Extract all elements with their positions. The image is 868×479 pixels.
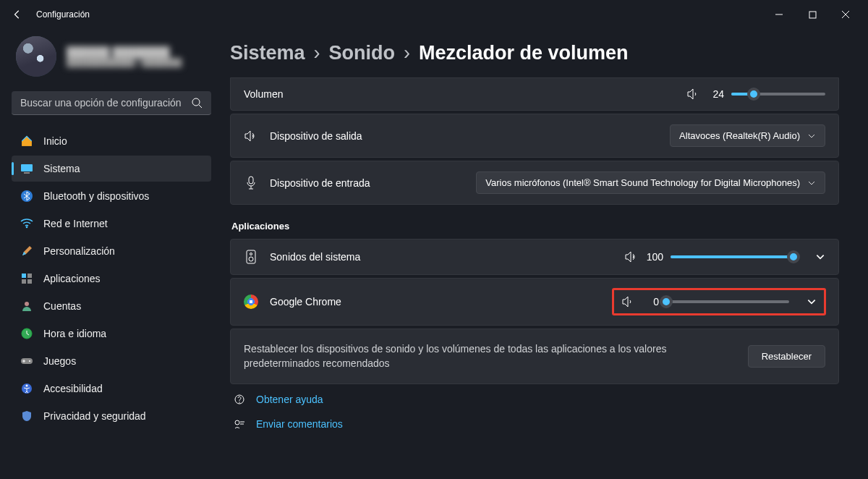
feedback-label: Enviar comentarios	[256, 418, 343, 430]
input-device-card[interactable]: Dispositivo de entrada Varios micrófonos…	[230, 161, 839, 205]
chevron-down-icon	[807, 179, 816, 187]
paintbrush-icon	[20, 245, 33, 258]
chevron-right-icon: ›	[314, 42, 320, 64]
shield-icon	[20, 410, 33, 423]
help-icon	[233, 393, 246, 406]
svg-point-14	[29, 360, 30, 362]
speaker-device-icon	[244, 250, 258, 264]
feedback-icon	[233, 417, 246, 431]
window-title: Configuración	[36, 9, 90, 20]
breadcrumb-system[interactable]: Sistema	[230, 42, 305, 64]
nav-time[interactable]: Hora e idioma	[12, 321, 211, 347]
output-device-card[interactable]: Dispositivo de salida Altavoces (Realtek…	[230, 114, 839, 158]
volume-value: 24	[707, 88, 724, 100]
expand-button[interactable]	[815, 252, 825, 262]
microphone-icon	[244, 176, 258, 190]
svg-rect-4	[24, 172, 30, 174]
back-button[interactable]	[6, 3, 29, 26]
accessibility-icon	[20, 382, 33, 395]
system-sounds-card: Sonidos del sistema 100	[230, 239, 839, 275]
chrome-label: Google Chrome	[270, 296, 341, 308]
svg-point-23	[235, 420, 239, 425]
svg-point-20	[249, 257, 253, 261]
breadcrumb: Sistema › Sonido › Mezclador de volumen	[230, 42, 839, 64]
close-button[interactable]	[829, 3, 862, 26]
feedback-link[interactable]: Enviar comentarios	[230, 412, 839, 436]
search-box[interactable]	[12, 91, 211, 115]
reset-card: Restablecer los dispositivos de sonido y…	[230, 328, 839, 384]
svg-point-6	[26, 226, 28, 229]
get-help-label: Obtener ayuda	[256, 394, 323, 405]
output-dropdown[interactable]: Altavoces (Realtek(R) Audio)	[670, 124, 825, 147]
system-sounds-value: 100	[646, 251, 663, 263]
sidebar: ██████ ████████ ████████████@███████ Ini…	[0, 29, 217, 479]
nav-label: Aplicaciones	[43, 273, 101, 284]
expand-button[interactable]	[807, 297, 817, 307]
nav: Inicio Sistema Bluetooth y dispositivos …	[12, 128, 211, 429]
svg-point-1	[192, 98, 200, 106]
svg-point-22	[239, 402, 239, 402]
gamepad-icon	[20, 355, 33, 368]
get-help-link[interactable]: Obtener ayuda	[230, 387, 839, 412]
input-dropdown[interactable]: Varios micrófonos (Intel® Smart Sound Te…	[476, 171, 825, 194]
nav-label: Accesibilidad	[43, 383, 103, 394]
speaker-low-icon[interactable]	[686, 88, 699, 100]
avatar	[16, 36, 56, 77]
nav-apps[interactable]: Aplicaciones	[12, 266, 211, 292]
nav-personalization[interactable]: Personalización	[12, 238, 211, 264]
volume-slider[interactable]	[731, 93, 825, 96]
minimize-button[interactable]	[762, 3, 796, 26]
nav-label: Sistema	[43, 163, 80, 174]
nav-accessibility[interactable]: Accesibilidad	[12, 376, 211, 402]
profile[interactable]: ██████ ████████ ████████████@███████	[12, 29, 211, 91]
chevron-down-icon	[807, 132, 816, 140]
svg-rect-3	[21, 164, 33, 171]
chrome-icon	[244, 294, 258, 309]
wifi-icon	[20, 217, 33, 230]
nav-bluetooth[interactable]: Bluetooth y dispositivos	[12, 183, 211, 209]
titlebar: Configuración	[0, 0, 868, 29]
nav-label: Inicio	[43, 135, 67, 147]
output-label: Dispositivo de salida	[270, 130, 362, 142]
svg-rect-9	[22, 279, 26, 284]
nav-gaming[interactable]: Juegos	[12, 348, 211, 374]
nav-privacy[interactable]: Privacidad y seguridad	[12, 403, 211, 429]
chrome-value: 0	[642, 296, 659, 308]
chrome-card: Google Chrome 0	[230, 278, 839, 326]
breadcrumb-sound[interactable]: Sonido	[329, 42, 395, 64]
svg-rect-0	[809, 12, 816, 18]
nav-label: Cuentas	[43, 300, 81, 312]
chrome-volume-row: 0	[613, 289, 825, 315]
speaker-muted-icon[interactable]	[621, 296, 634, 308]
nav-label: Red e Internet	[43, 218, 108, 229]
chevron-right-icon: ›	[404, 42, 410, 64]
system-icon	[20, 162, 33, 175]
nav-label: Juegos	[43, 355, 76, 367]
chrome-slider[interactable]	[666, 300, 789, 303]
reset-button[interactable]: Restablecer	[748, 345, 825, 368]
nav-system[interactable]: Sistema	[12, 156, 211, 182]
bluetooth-icon	[20, 190, 33, 203]
clock-icon	[20, 327, 33, 340]
nav-label: Privacidad y seguridad	[43, 410, 146, 422]
svg-rect-2	[22, 141, 32, 146]
nav-label: Personalización	[43, 245, 115, 257]
apps-icon	[20, 272, 33, 285]
nav-home[interactable]: Inicio	[12, 128, 211, 154]
svg-point-11	[25, 302, 29, 306]
system-sounds-slider[interactable]	[671, 255, 793, 258]
svg-point-16	[26, 385, 28, 387]
profile-name: ██████ ████████ ████████████@███████	[67, 46, 182, 67]
nav-accounts[interactable]: Cuentas	[12, 293, 211, 319]
svg-rect-7	[22, 274, 26, 278]
system-sounds-label: Sonidos del sistema	[270, 251, 360, 263]
volume-label: Volumen	[244, 88, 283, 100]
maximize-button[interactable]	[796, 3, 829, 26]
input-value: Varios micrófonos (Intel® Smart Sound Te…	[485, 177, 800, 188]
home-icon	[20, 135, 33, 148]
nav-network[interactable]: Red e Internet	[12, 211, 211, 237]
search-input[interactable]	[20, 97, 191, 109]
speaker-icon[interactable]	[624, 251, 639, 263]
svg-rect-10	[27, 279, 32, 284]
speaker-icon	[244, 130, 258, 142]
